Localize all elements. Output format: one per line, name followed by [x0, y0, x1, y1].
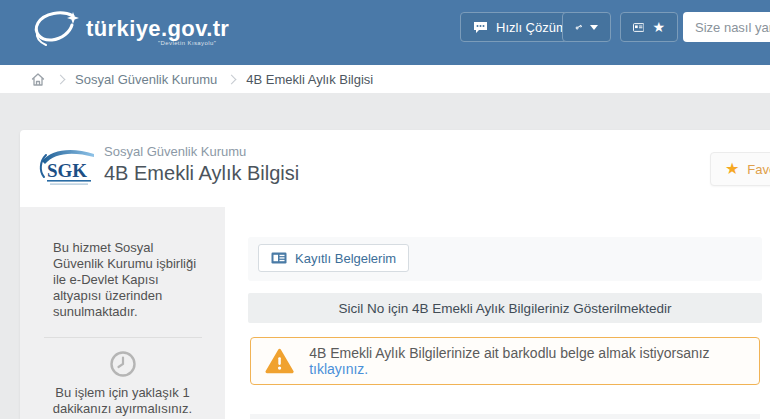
sgk-logo-text: SGK — [47, 160, 87, 181]
sidebar-divider — [44, 337, 202, 338]
page-title: 4B Emekli Aylık Bilgisi — [104, 162, 299, 185]
service-card: SGK Sosyal Güvenlik Kurumu 4B Emekli Ayl… — [20, 130, 770, 419]
warning-click-link[interactable]: tıklayınız. — [309, 361, 368, 377]
add-favorite-button[interactable]: ★ Favorilerime ekle — [710, 152, 770, 186]
agency-name: Sosyal Güvenlik Kurumu — [104, 144, 299, 159]
clock-icon — [109, 350, 137, 378]
breadcrumb-separator-icon — [56, 74, 66, 84]
service-content: Kayıtlı Belgelerim Sicil No için 4B Emek… — [225, 207, 770, 419]
saved-documents-label: Kayıtlı Belgelerim — [295, 251, 396, 266]
service-titles: Sosyal Güvenlik Kurumu 4B Emekli Aylık B… — [104, 144, 299, 185]
warning-text: 4B Emekli Aylık Bilgilerinize ait barkod… — [309, 345, 759, 377]
chat-bubble-icon — [473, 21, 488, 34]
documents-toolbar: Kayıtlı Belgelerim — [248, 237, 762, 281]
page: türkiye.gov.tr "Devletin Kısayolu" Hızlı… — [0, 0, 770, 419]
star-icon: ★ — [652, 20, 665, 34]
breadcrumb-separator-icon — [227, 74, 237, 84]
login-key-button[interactable] — [562, 12, 611, 42]
service-provider-note: Bu hizmet Sosyal Güvenlik Kurumu işbirli… — [53, 240, 205, 320]
duration-note: Bu işlem için yaklaşık 1 dakikanızı ayır… — [38, 385, 208, 417]
breadcrumb-current-page: 4B Emekli Aylık Bilgisi — [246, 72, 373, 87]
key-icon — [575, 20, 582, 34]
breadcrumb: Sosyal Güvenlik Kurumu 4B Emekli Aylık B… — [0, 65, 770, 93]
warning-triangle-icon — [265, 348, 294, 375]
warning-text-body: 4B Emekli Aylık Bilgilerinize ait barkod… — [309, 345, 709, 361]
result-info-bar: Sicil No için 4B Emekli Aylık Bilgilerin… — [248, 293, 762, 323]
favorite-star-icon: ★ — [725, 161, 739, 177]
favorite-label: Favorilerime ekle — [747, 162, 770, 177]
logo-wordmark: türkiye.gov.tr — [86, 16, 229, 42]
barcode-warning-box: 4B Emekli Aylık Bilgilerinize ait barkod… — [250, 337, 760, 385]
logo-tagline: "Devletin Kısayolu" — [158, 40, 216, 46]
service-info-sidebar: Bu hizmet Sosyal Güvenlik Kurumu işbirli… — [20, 207, 225, 419]
search-input[interactable] — [683, 12, 770, 42]
service-card-header: SGK Sosyal Güvenlik Kurumu 4B Emekli Ayl… — [20, 130, 770, 207]
id-card-icon — [633, 21, 644, 34]
edevlet-swoosh-icon — [32, 9, 80, 49]
next-section-strip — [250, 414, 760, 419]
documents-icon — [271, 252, 287, 264]
edevlet-logo[interactable]: türkiye.gov.tr "Devletin Kısayolu" — [32, 7, 242, 57]
breadcrumb-agency-link[interactable]: Sosyal Güvenlik Kurumu — [75, 72, 217, 87]
breadcrumb-bar: Sosyal Güvenlik Kurumu 4B Emekli Aylık B… — [0, 65, 770, 93]
sgk-logo: SGK — [38, 145, 98, 191]
idcard-favorites-button[interactable]: ★ — [620, 12, 678, 42]
result-info-text: Sicil No için 4B Emekli Aylık Bilgilerin… — [339, 301, 672, 316]
top-header-bar: türkiye.gov.tr "Devletin Kısayolu" Hızlı… — [0, 0, 770, 65]
home-icon[interactable] — [30, 72, 46, 87]
saved-documents-button[interactable]: Kayıtlı Belgelerim — [258, 244, 409, 272]
chevron-down-icon — [590, 25, 598, 30]
quick-solution-label: Hızlı Çözüm — [496, 20, 567, 35]
